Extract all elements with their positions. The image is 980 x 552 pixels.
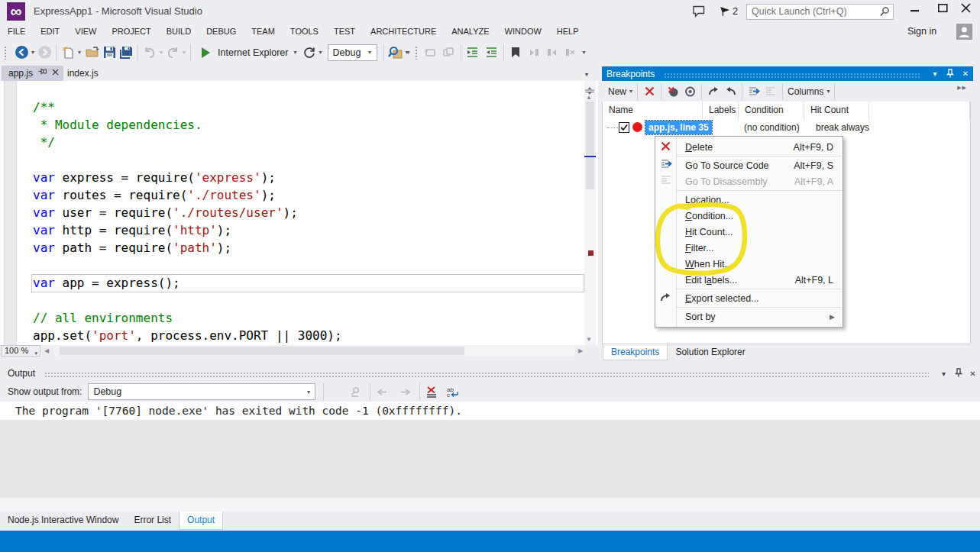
editor-vertical-scrollbar[interactable]: ▲ ▼ — [584, 81, 596, 345]
navigate-forward-button[interactable] — [36, 44, 53, 62]
output-source-combo[interactable]: Debug▾ — [88, 383, 315, 400]
refresh-button[interactable] — [301, 44, 318, 62]
close-icon[interactable]: ✕ — [965, 370, 980, 378]
increase-indent-button[interactable] — [484, 44, 500, 62]
close-button[interactable] — [954, 0, 977, 20]
menu-view[interactable]: VIEW — [67, 23, 104, 40]
breakpoint-checkbox[interactable] — [619, 122, 629, 133]
menu-help[interactable]: HELP — [549, 23, 587, 40]
breakpoint-row[interactable]: app.js, line 35 (no condition) break alw… — [603, 120, 970, 137]
toolbar-grip[interactable] — [4, 46, 7, 60]
delete-breakpoint-button[interactable] — [641, 82, 658, 101]
breakpoints-title-bar[interactable]: Breakpoints ▾ ✕ — [602, 66, 973, 81]
refresh-dropdown[interactable]: ▾ — [318, 49, 324, 56]
bottom-tab-node-js-interactive-window[interactable]: Node.js Interactive Window — [0, 512, 126, 531]
save-all-button[interactable] — [118, 44, 134, 62]
window-position-dropdown-icon[interactable]: ▾ — [936, 370, 951, 378]
code-editor[interactable]: /** * Module dependencies. */var express… — [0, 81, 598, 345]
notification-count[interactable]: 2 — [733, 0, 738, 23]
columns-button[interactable]: Columns — [786, 86, 825, 97]
context-menu-item-when-hit[interactable]: When Hit... — [655, 256, 843, 272]
context-menu-item-go-to-disassembly[interactable]: Go To DisassemblyAlt+F9, A — [655, 173, 843, 189]
menu-file[interactable]: FILE — [0, 23, 33, 40]
feedback-icon[interactable] — [692, 5, 706, 21]
context-menu-item-filter[interactable]: Filter... — [655, 240, 843, 256]
tab-app-js[interactable]: app.js — [2, 66, 63, 81]
go-to-source-button[interactable] — [746, 82, 762, 101]
delete-all-breakpoints-button[interactable] — [665, 82, 681, 101]
bottom-tab-error-list[interactable]: Error List — [126, 512, 179, 531]
column-header-labels[interactable]: Labels — [703, 102, 739, 120]
panel-tab-breakpoints[interactable]: Breakpoints — [603, 344, 668, 360]
find-in-files-button[interactable] — [387, 44, 404, 62]
next-bookmark-button[interactable] — [544, 44, 561, 62]
scroll-down-arrow[interactable]: ▼ — [586, 336, 592, 343]
maximize-button[interactable] — [931, 0, 954, 20]
clear-all-button[interactable] — [423, 383, 440, 401]
decrease-indent-button[interactable] — [464, 44, 481, 62]
navigate-forward-editor-button[interactable] — [441, 44, 458, 62]
menu-debug[interactable]: DEBUG — [199, 23, 244, 40]
new-breakpoint-dropdown[interactable]: ▾ — [628, 88, 634, 95]
navigate-back-dropdown[interactable]: ▾ — [30, 49, 36, 56]
new-breakpoint-button[interactable]: New — [606, 86, 628, 97]
context-menu-item-edit-labels[interactable]: Edit labels...Alt+F9, L — [655, 272, 843, 288]
start-debug-button[interactable] — [197, 44, 214, 62]
output-title-bar[interactable]: Output ▾ ✕ — [0, 365, 980, 382]
context-menu-item-location[interactable]: Location... — [655, 192, 843, 208]
user-avatar-icon[interactable] — [956, 24, 972, 40]
panel-tab-solution-explorer[interactable]: Solution Explorer — [668, 344, 752, 360]
pin-icon[interactable] — [951, 368, 965, 379]
menu-test[interactable]: TEST — [326, 23, 363, 40]
pin-icon[interactable] — [38, 66, 47, 81]
open-file-button[interactable] — [84, 44, 101, 62]
menu-build[interactable]: BUILD — [159, 23, 199, 40]
previous-message-button[interactable] — [374, 383, 390, 401]
browser-select-dropdown[interactable]: ▾ — [292, 49, 298, 56]
disable-all-breakpoints-button[interactable] — [681, 82, 698, 101]
sign-in-link[interactable]: Sign in — [907, 23, 936, 40]
context-menu-item-delete[interactable]: DeleteAlt+F9, D — [655, 139, 843, 155]
menu-analyze[interactable]: ANALYZE — [444, 23, 496, 40]
active-files-dropdown[interactable]: ▾ — [585, 71, 588, 78]
close-tab-icon[interactable] — [52, 66, 59, 81]
quick-launch-input[interactable]: Quick Launch (Ctrl+Q) — [746, 4, 894, 20]
tab-index-js[interactable]: index.js — [67, 66, 99, 81]
scrollbar-thumb[interactable] — [586, 102, 594, 189]
minimize-button[interactable] — [904, 0, 927, 20]
hscrollbar-thumb[interactable] — [60, 347, 464, 355]
scroll-left-arrow[interactable]: ◀ — [44, 347, 49, 354]
context-menu-item-sort-by[interactable]: Sort by▶ — [655, 308, 843, 324]
import-breakpoints-button[interactable] — [722, 82, 739, 101]
context-menu-item-go-to-source-code[interactable]: Go To Source CodeAlt+F9, S — [655, 157, 843, 173]
menu-project[interactable]: PROJECT — [104, 23, 158, 40]
pin-icon[interactable] — [943, 69, 958, 79]
toggle-bookmark-button[interactable] — [507, 44, 524, 62]
export-breakpoints-button[interactable] — [705, 82, 722, 101]
find-options-chevron[interactable]: ▾▾ — [404, 49, 410, 56]
next-message-button[interactable] — [396, 383, 413, 401]
columns-dropdown[interactable]: ▾ — [825, 88, 831, 95]
go-to-disassembly-button[interactable] — [762, 82, 779, 101]
menu-edit[interactable]: EDIT — [33, 23, 67, 40]
redo-button[interactable] — [164, 44, 181, 62]
context-menu-item-condition[interactable]: Condition... — [655, 208, 843, 224]
navigate-backward-editor-button[interactable] — [422, 44, 439, 62]
previous-bookmark-button[interactable] — [526, 44, 542, 62]
menu-tools[interactable]: TOOLS — [283, 23, 326, 40]
window-position-dropdown-icon[interactable]: ▾ — [927, 69, 943, 78]
breakpoint-name[interactable]: app.js, line 35 — [645, 121, 712, 134]
bottom-tab-output[interactable]: Output — [179, 512, 223, 530]
editor-zoom-select[interactable]: 100 %▾ — [1, 345, 40, 357]
text-editor-toolbar-grip[interactable] — [415, 46, 418, 60]
output-content[interactable]: The program '[7760] node.exe' has exited… — [0, 402, 980, 498]
column-header-condition[interactable]: Condition — [739, 102, 804, 120]
new-file-button[interactable] — [60, 44, 76, 62]
menu-window[interactable]: WINDOW — [497, 23, 549, 40]
context-menu-item-export-selected[interactable]: Export selected... — [655, 290, 843, 306]
find-message-button[interactable] — [347, 383, 364, 401]
column-header-name[interactable]: Name — [603, 102, 703, 120]
undo-dropdown[interactable]: ▾ — [158, 49, 164, 56]
toolbar-overflow-icon[interactable]: ▶▶ — [957, 85, 967, 91]
column-header-hit-count[interactable]: Hit Count — [804, 102, 869, 120]
